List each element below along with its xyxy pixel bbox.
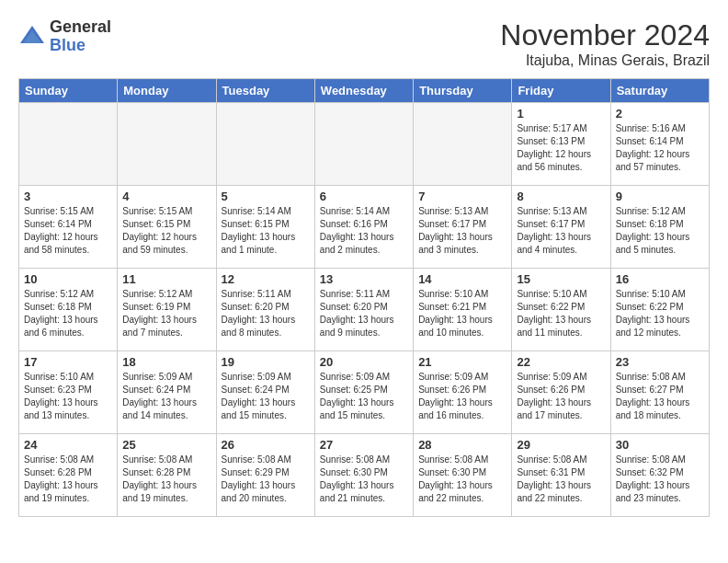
calendar-day-cell: 24Sunrise: 5:08 AMSunset: 6:28 PMDayligh… — [19, 434, 118, 517]
day-info: Sunrise: 5:15 AMSunset: 6:15 PMDaylight:… — [122, 205, 210, 257]
month-title: November 2024 — [500, 18, 710, 52]
calendar-day-cell: 30Sunrise: 5:08 AMSunset: 6:32 PMDayligh… — [610, 434, 709, 517]
weekday-header-row: SundayMondayTuesdayWednesdayThursdayFrid… — [19, 79, 710, 103]
day-number: 12 — [222, 272, 310, 286]
day-number: 13 — [320, 272, 408, 286]
day-info: Sunrise: 5:17 AMSunset: 6:13 PMDaylight:… — [517, 122, 605, 174]
day-info: Sunrise: 5:16 AMSunset: 6:14 PMDaylight:… — [616, 122, 704, 174]
day-number: 28 — [418, 438, 506, 452]
day-number: 1 — [517, 107, 605, 121]
calendar-day-cell: 10Sunrise: 5:12 AMSunset: 6:18 PMDayligh… — [19, 269, 118, 351]
calendar-day-cell: 23Sunrise: 5:08 AMSunset: 6:27 PMDayligh… — [610, 351, 709, 434]
calendar-week-row: 10Sunrise: 5:12 AMSunset: 6:18 PMDayligh… — [19, 269, 710, 351]
day-number: 3 — [24, 190, 112, 203]
calendar-week-row: 24Sunrise: 5:08 AMSunset: 6:28 PMDayligh… — [19, 434, 710, 517]
calendar-day-cell: 5Sunrise: 5:14 AMSunset: 6:15 PMDaylight… — [216, 186, 314, 269]
day-info: Sunrise: 5:08 AMSunset: 6:30 PMDaylight:… — [418, 454, 506, 505]
logo: General Blue — [18, 18, 111, 55]
day-info: Sunrise: 5:12 AMSunset: 6:18 PMDaylight:… — [616, 205, 704, 257]
calendar-day-cell: 9Sunrise: 5:12 AMSunset: 6:18 PMDaylight… — [610, 186, 709, 269]
day-info: Sunrise: 5:08 AMSunset: 6:30 PMDaylight:… — [320, 454, 408, 505]
day-number: 16 — [616, 272, 704, 286]
calendar-day-cell: 25Sunrise: 5:08 AMSunset: 6:28 PMDayligh… — [118, 434, 216, 517]
calendar-day-cell: 4Sunrise: 5:15 AMSunset: 6:15 PMDaylight… — [118, 186, 216, 269]
calendar-day-cell: 8Sunrise: 5:13 AMSunset: 6:17 PMDaylight… — [512, 186, 610, 269]
title-block: November 2024 Itajuba, Minas Gerais, Bra… — [500, 18, 710, 69]
day-info: Sunrise: 5:08 AMSunset: 6:32 PMDaylight:… — [616, 454, 704, 505]
calendar-day-cell: 13Sunrise: 5:11 AMSunset: 6:20 PMDayligh… — [314, 269, 413, 351]
day-info: Sunrise: 5:08 AMSunset: 6:28 PMDaylight:… — [24, 454, 112, 505]
day-info: Sunrise: 5:10 AMSunset: 6:22 PMDaylight:… — [517, 288, 605, 339]
day-info: Sunrise: 5:14 AMSunset: 6:16 PMDaylight:… — [320, 205, 408, 257]
day-info: Sunrise: 5:13 AMSunset: 6:17 PMDaylight:… — [418, 205, 506, 257]
day-number: 22 — [517, 355, 605, 369]
day-info: Sunrise: 5:10 AMSunset: 6:21 PMDaylight:… — [418, 288, 506, 339]
calendar-week-row: 17Sunrise: 5:10 AMSunset: 6:23 PMDayligh… — [19, 351, 710, 434]
weekday-header: Wednesday — [314, 79, 413, 103]
calendar-day-cell — [216, 103, 314, 186]
day-info: Sunrise: 5:14 AMSunset: 6:15 PMDaylight:… — [222, 205, 310, 257]
calendar-day-cell — [314, 103, 413, 186]
location-subtitle: Itajuba, Minas Gerais, Brazil — [500, 52, 710, 69]
weekday-header: Friday — [512, 79, 610, 103]
day-number: 27 — [320, 438, 408, 452]
calendar-day-cell: 29Sunrise: 5:08 AMSunset: 6:31 PMDayligh… — [512, 434, 610, 517]
day-number: 10 — [24, 272, 112, 286]
day-info: Sunrise: 5:10 AMSunset: 6:22 PMDaylight:… — [616, 288, 704, 339]
calendar-day-cell — [414, 103, 512, 186]
calendar-day-cell: 21Sunrise: 5:09 AMSunset: 6:26 PMDayligh… — [414, 351, 512, 434]
day-number: 11 — [122, 272, 210, 286]
day-number: 8 — [517, 190, 605, 203]
calendar-day-cell: 3Sunrise: 5:15 AMSunset: 6:14 PMDaylight… — [19, 186, 118, 269]
calendar-day-cell — [118, 103, 216, 186]
day-number: 17 — [24, 355, 112, 369]
day-info: Sunrise: 5:08 AMSunset: 6:31 PMDaylight:… — [517, 454, 605, 505]
day-info: Sunrise: 5:15 AMSunset: 6:14 PMDaylight:… — [24, 205, 112, 257]
day-info: Sunrise: 5:09 AMSunset: 6:25 PMDaylight:… — [320, 371, 408, 422]
weekday-header: Sunday — [19, 79, 118, 103]
day-number: 5 — [222, 190, 310, 203]
day-number: 7 — [418, 190, 506, 203]
day-info: Sunrise: 5:12 AMSunset: 6:19 PMDaylight:… — [122, 288, 210, 339]
calendar-day-cell: 12Sunrise: 5:11 AMSunset: 6:20 PMDayligh… — [216, 269, 314, 351]
day-info: Sunrise: 5:10 AMSunset: 6:23 PMDaylight:… — [24, 371, 112, 422]
calendar-day-cell: 15Sunrise: 5:10 AMSunset: 6:22 PMDayligh… — [512, 269, 610, 351]
calendar-day-cell: 28Sunrise: 5:08 AMSunset: 6:30 PMDayligh… — [414, 434, 512, 517]
day-number: 25 — [122, 438, 210, 452]
day-info: Sunrise: 5:11 AMSunset: 6:20 PMDaylight:… — [320, 288, 408, 339]
calendar-day-cell: 19Sunrise: 5:09 AMSunset: 6:24 PMDayligh… — [216, 351, 314, 434]
day-info: Sunrise: 5:11 AMSunset: 6:20 PMDaylight:… — [222, 288, 310, 339]
day-number: 29 — [517, 438, 605, 452]
day-info: Sunrise: 5:08 AMSunset: 6:29 PMDaylight:… — [222, 454, 310, 505]
day-info: Sunrise: 5:09 AMSunset: 6:26 PMDaylight:… — [517, 371, 605, 422]
day-number: 23 — [616, 355, 704, 369]
day-info: Sunrise: 5:08 AMSunset: 6:27 PMDaylight:… — [616, 371, 704, 422]
page-header: General Blue November 2024 Itajuba, Mina… — [18, 18, 710, 69]
logo-blue: Blue — [50, 36, 85, 54]
calendar-day-cell: 17Sunrise: 5:10 AMSunset: 6:23 PMDayligh… — [19, 351, 118, 434]
weekday-header: Tuesday — [216, 79, 314, 103]
calendar-day-cell: 6Sunrise: 5:14 AMSunset: 6:16 PMDaylight… — [314, 186, 413, 269]
calendar-day-cell: 26Sunrise: 5:08 AMSunset: 6:29 PMDayligh… — [216, 434, 314, 517]
day-number: 18 — [122, 355, 210, 369]
calendar-day-cell: 2Sunrise: 5:16 AMSunset: 6:14 PMDaylight… — [610, 103, 709, 186]
day-info: Sunrise: 5:09 AMSunset: 6:24 PMDaylight:… — [222, 371, 310, 422]
weekday-header: Saturday — [610, 79, 709, 103]
calendar-week-row: 1Sunrise: 5:17 AMSunset: 6:13 PMDaylight… — [19, 103, 710, 186]
day-number: 9 — [616, 190, 704, 203]
day-number: 21 — [418, 355, 506, 369]
calendar-table: SundayMondayTuesdayWednesdayThursdayFrid… — [18, 78, 710, 517]
calendar-day-cell: 18Sunrise: 5:09 AMSunset: 6:24 PMDayligh… — [118, 351, 216, 434]
calendar-day-cell: 14Sunrise: 5:10 AMSunset: 6:21 PMDayligh… — [414, 269, 512, 351]
day-info: Sunrise: 5:12 AMSunset: 6:18 PMDaylight:… — [24, 288, 112, 339]
day-number: 20 — [320, 355, 408, 369]
calendar-day-cell: 16Sunrise: 5:10 AMSunset: 6:22 PMDayligh… — [610, 269, 709, 351]
day-info: Sunrise: 5:09 AMSunset: 6:24 PMDaylight:… — [122, 371, 210, 422]
calendar-day-cell: 11Sunrise: 5:12 AMSunset: 6:19 PMDayligh… — [118, 269, 216, 351]
day-number: 14 — [418, 272, 506, 286]
logo-icon — [18, 23, 46, 51]
calendar-day-cell: 20Sunrise: 5:09 AMSunset: 6:25 PMDayligh… — [314, 351, 413, 434]
day-number: 4 — [122, 190, 210, 203]
calendar-day-cell: 1Sunrise: 5:17 AMSunset: 6:13 PMDaylight… — [512, 103, 610, 186]
day-number: 30 — [616, 438, 704, 452]
